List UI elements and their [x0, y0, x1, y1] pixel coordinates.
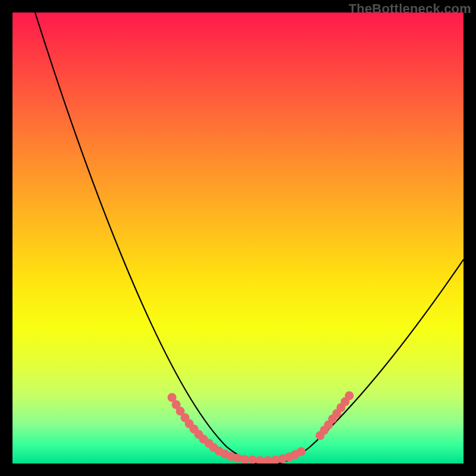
highlight-dot [345, 392, 354, 400]
highlight-dots-group [168, 392, 354, 464]
highlight-dot [297, 447, 306, 456]
highlight-dot [248, 456, 257, 464]
highlight-dot [264, 456, 273, 464]
plot-area [12, 12, 464, 464]
curve-svg [12, 12, 464, 464]
highlight-dot [240, 455, 249, 464]
bottleneck-curve-path [35, 12, 464, 464]
chart-frame: TheBottleneck.com [0, 0, 476, 476]
highlight-dot [256, 456, 265, 464]
